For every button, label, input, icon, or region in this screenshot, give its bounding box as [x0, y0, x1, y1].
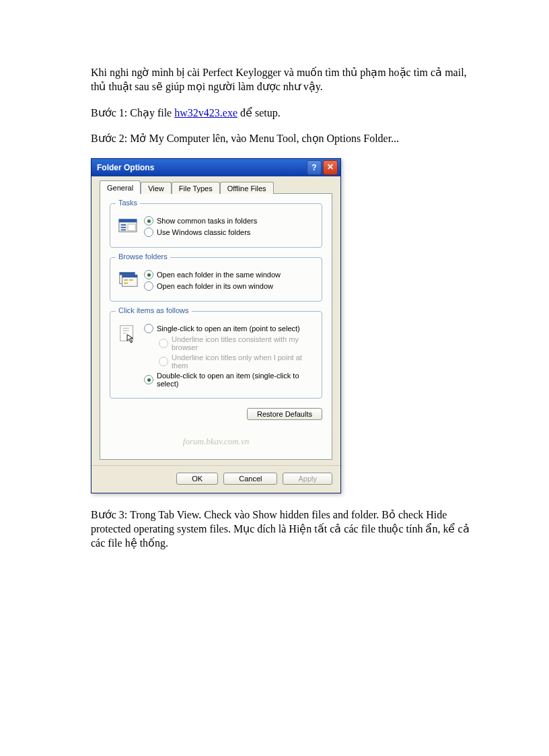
own-window-label: Open each folder in its own window [157, 282, 273, 290]
tab-offline-files[interactable]: Offline Files [220, 182, 274, 194]
ok-button[interactable]: OK [176, 473, 218, 485]
group-tasks: Tasks Show common tasks in folders Use W… [110, 203, 322, 248]
group-browse-folders: Browse folders Open each folder in the s… [110, 257, 322, 302]
radio-double-click[interactable]: Double-click to open an item (single-cli… [144, 372, 315, 388]
radio-show-common-tasks[interactable]: Show common tasks in folders [144, 216, 315, 226]
same-window-label: Open each folder in the same window [157, 271, 281, 279]
restore-defaults-button[interactable]: Restore Defaults [247, 408, 322, 420]
help-icon: ? [312, 163, 316, 172]
svg-rect-11 [129, 279, 133, 281]
single-click-label: Single-click to open an item (point to s… [157, 324, 300, 333]
hw32v423-link[interactable]: hw32v423.exe [174, 107, 237, 118]
help-button[interactable]: ? [307, 160, 322, 175]
svg-rect-5 [128, 224, 135, 230]
click-legend: Click items as follows [116, 306, 192, 314]
radio-underline-browser: Underline icon titles consistent with my… [159, 335, 315, 351]
folder-options-dialog: Folder Options ? ✕ General View File Typ… [91, 158, 341, 493]
window-title: Folder Options [97, 163, 307, 172]
radio-own-window[interactable]: Open each folder in its own window [144, 281, 315, 291]
intro-text: Khi nghi ngờ mình bị cài Perfect Keylogg… [91, 66, 475, 94]
tab-panel-general: Tasks Show common tasks in folders Use W… [100, 193, 332, 460]
close-icon: ✕ [327, 163, 334, 171]
svg-rect-2 [121, 224, 126, 226]
svg-rect-10 [124, 279, 128, 281]
browse-legend: Browse folders [116, 252, 170, 261]
svg-rect-3 [121, 227, 126, 228]
step-2: Bước 2: Mở My Computer lên, vào Menu Too… [91, 132, 475, 146]
tasks-icon [117, 215, 139, 236]
tasks-legend: Tasks [116, 199, 140, 207]
click-icon [117, 322, 139, 344]
tabs: General View File Types Offline Files [100, 182, 332, 194]
step-3: Bước 3: Trong Tab View. Check vào Show h… [91, 508, 475, 550]
step1-prefix: Bước 1: Chạy file [91, 107, 174, 118]
svg-rect-9 [122, 275, 138, 278]
svg-rect-4 [121, 230, 126, 231]
browse-icon [117, 269, 139, 290]
dialog-footer: OK Cancel Apply [92, 465, 340, 493]
svg-rect-12 [124, 283, 128, 284]
tab-general[interactable]: General [100, 180, 141, 194]
tab-view[interactable]: View [141, 182, 172, 194]
watermark: forum.bkav.com.vn [110, 436, 322, 447]
double-click-label: Double-click to open an item (single-cli… [157, 372, 315, 388]
radio-same-window[interactable]: Open each folder in the same window [144, 270, 315, 279]
group-click-items: Click items as follows Single-click to o… [110, 311, 322, 399]
cancel-button[interactable]: Cancel [223, 473, 277, 485]
underline-browser-label: Underline icon titles consistent with my… [172, 335, 315, 351]
svg-rect-1 [119, 219, 137, 223]
radio-underline-point: Underline icon titles only when I point … [159, 353, 315, 370]
svg-rect-7 [120, 273, 135, 275]
classic-label: Use Windows classic folders [157, 228, 250, 236]
underline-point-label: Underline icon titles only when I point … [172, 353, 315, 370]
close-button[interactable]: ✕ [323, 160, 338, 175]
step1-suffix: để setup. [237, 107, 281, 118]
radio-classic-folders[interactable]: Use Windows classic folders [144, 228, 315, 237]
radio-single-click[interactable]: Single-click to open an item (point to s… [144, 324, 315, 333]
titlebar: Folder Options ? ✕ [92, 159, 340, 176]
apply-button[interactable]: Apply [283, 473, 332, 485]
show-common-label: Show common tasks in folders [157, 217, 257, 225]
step-1: Bước 1: Chạy file hw32v423.exe để setup. [91, 106, 475, 121]
tab-file-types[interactable]: File Types [172, 182, 220, 194]
